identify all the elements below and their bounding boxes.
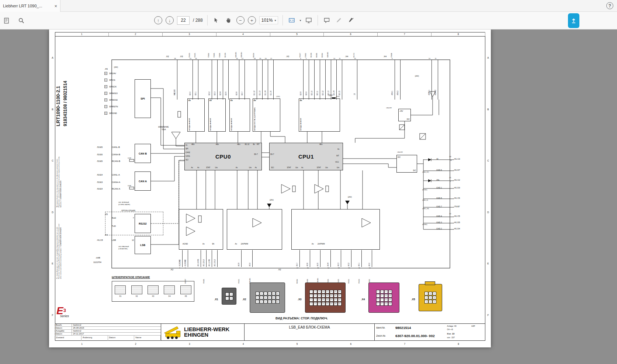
top-pin-column: /92.D8 E0.5 (225, 41, 230, 100)
connector-designator: .X4 (361, 298, 365, 301)
mini-connector-label: X2 (136, 295, 138, 297)
terminal-label: GND.5 (436, 197, 442, 199)
pin-cell: 10 (384, 294, 388, 298)
chevron-down-icon: ▾ (274, 19, 276, 22)
chevron-down-icon[interactable]: ▾ (299, 19, 301, 22)
wire-reference: /93.D4 (253, 41, 254, 58)
wire (228, 60, 229, 100)
tab-close-icon[interactable]: × (54, 3, 57, 9)
top-pin-column: /79.B6 E0.4 (219, 41, 225, 100)
mini-connector-label: X1 (119, 295, 121, 297)
wire (217, 250, 218, 267)
signal-name: E0.6 (236, 63, 238, 95)
wire-reference: /41.C3 (454, 158, 460, 160)
schematic-label: (24V) (329, 94, 333, 96)
previous-page-button[interactable]: ↑ (154, 16, 162, 24)
hand-tool-button[interactable] (224, 15, 233, 26)
cpu-port-label: INT (336, 155, 339, 157)
wire-reference: /53.E4 (97, 174, 103, 176)
number-cell: Ident-Nr. 98021514 Zeich-Nr. 6307-920.00… (375, 324, 485, 341)
signal-name: E0.0 (189, 63, 191, 95)
connector-item: .X4 15913261014371115481216 (361, 282, 413, 316)
page-number-input[interactable] (177, 16, 190, 25)
wire (223, 60, 223, 100)
pin-number: 14 (327, 267, 329, 269)
document-title: LSB_EA8 БЛОК-СХЕМА (245, 325, 374, 329)
wire (201, 250, 201, 267)
top-pin-column: /79.B5 E0.3 (214, 41, 219, 100)
left-signal-row: RxD 7 (97, 217, 134, 221)
cpu-port-label: SPI (186, 148, 188, 150)
signal-name: A5V.1 (391, 63, 393, 95)
comment-tool-button[interactable] (322, 15, 331, 26)
signal-name: A0.10 HS (197, 250, 199, 266)
wire-reference: /53.E3 (97, 181, 103, 183)
revision-row: Datum 25.08.2015 (55, 327, 161, 330)
signal-name: A0.7 (296, 250, 298, 266)
wire (320, 250, 320, 267)
schematic-label: (24V) (348, 196, 352, 198)
display-mode-button[interactable] (304, 15, 313, 26)
next-page-button[interactable]: ↓ (166, 16, 174, 24)
cpu-port-label: INT (257, 143, 259, 145)
revision-footer-cell: Name (134, 336, 161, 341)
spi-pin-row: 4 SPIMOSI (104, 98, 133, 102)
schematic-label: OPTION (ОПЦИЯ) (121, 210, 135, 212)
right-output-row: GND.4 .X2 /41.C5 (414, 215, 488, 220)
sidebar-toggle-button[interactable] (2, 15, 11, 26)
revision-row: Bearb. Iwebim2 (55, 324, 161, 327)
top-pin-column: /79.B8 9 A5V.1 (391, 41, 396, 100)
wire (193, 60, 193, 100)
cpu1-block: CPU1 (269, 143, 343, 170)
schematic-label: (24V) (270, 199, 274, 201)
cpu-port-label: AEx (191, 143, 194, 145)
connector-body: 147258369 (419, 284, 442, 311)
wire-reference: /80.B4 (296, 270, 298, 284)
pin-cell: 16 (276, 292, 280, 295)
pin-number: 15 (190, 58, 191, 59)
pdf-tab[interactable]: Liebherr LRT 1090_... × (0, 0, 60, 12)
zoom-level-select[interactable]: 101% ▾ (259, 16, 278, 24)
connector-designator: .X1 (449, 177, 451, 178)
pin-cell: 1 (376, 290, 380, 294)
supply-24v-label: (24V) (276, 96, 280, 97)
title-block: Bearb. Iwebim2 Datum 25.08.2015 Ausgabe … (55, 323, 485, 341)
help-button[interactable]: ? (606, 2, 613, 9)
sign-tool-button[interactable] (347, 15, 356, 26)
input-block-label: ВХОДЫ АНАЛОГ. (188, 100, 190, 131)
signal-name: SPISCK (109, 86, 117, 88)
wire-reference: /108.B5 (235, 41, 237, 58)
zoom-in-button[interactable]: + (248, 16, 256, 24)
wire-reference: /53.E5 (97, 160, 103, 162)
document-viewport[interactable]: 12345678 12345678 ABCDEF ABCDEF LRT1090-… (0, 30, 617, 364)
pin-cell: 12 (384, 302, 388, 306)
bottom-pin-column: A0.8 /78.E2 (238, 250, 243, 284)
wire-reference: /78.E7 (299, 41, 301, 58)
zoom-out-button[interactable]: − (236, 16, 245, 24)
wire-reference: /78.E3 (188, 41, 190, 58)
signal-name: E1.12 (253, 63, 255, 95)
mini-connector-label: X3 (152, 295, 154, 297)
pin-cell: 16 (322, 302, 325, 306)
cpu-port-label: D0-7 (254, 153, 258, 155)
cpu-port-label: Ax (197, 167, 199, 169)
schematic-label: (DOWNLOADER) (118, 204, 130, 205)
schematic-label: .X5 (104, 213, 108, 215)
pin-cell: 9 (433, 300, 436, 304)
cpu-port-label: STAT (317, 167, 321, 169)
pin-cell: 18 (276, 300, 280, 304)
highlight-tool-button[interactable] (335, 15, 343, 26)
revision-footer-cell: Zustand (55, 336, 82, 341)
select-tool-button[interactable] (212, 15, 221, 26)
pin-cell: 4 (429, 292, 432, 295)
pin-number: 2 (179, 267, 180, 269)
pin-number: 10 (429, 58, 430, 59)
terminal-label: 15b (436, 179, 439, 181)
share-button[interactable] (568, 13, 579, 28)
pin-cell: 12 (268, 300, 271, 304)
cpu-port-label: Im (186, 144, 187, 146)
company-logo-cell: LIEBHERR-WERK EHINGEN (161, 324, 245, 341)
fit-width-button[interactable] (287, 15, 296, 26)
spi-pin-row: 9 SPIGND (104, 112, 133, 115)
find-button[interactable] (17, 15, 26, 26)
